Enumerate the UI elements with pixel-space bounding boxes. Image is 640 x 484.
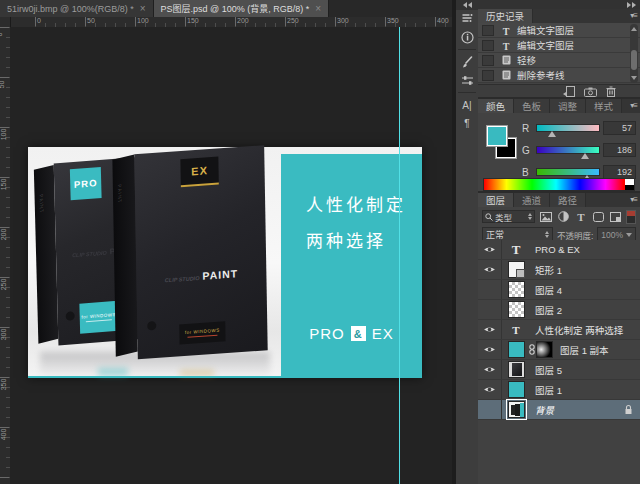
teal-text-panel: 人性化制定 两种选择 PRO & EX bbox=[281, 154, 422, 378]
for-windows-label: for WINDOWS bbox=[179, 321, 225, 344]
tab-swatches[interactable]: 色板 bbox=[514, 99, 550, 113]
red-slider-track[interactable] bbox=[536, 124, 600, 132]
footer-pro-text: PRO bbox=[309, 325, 345, 342]
scroll-down-arrow[interactable] bbox=[631, 76, 637, 80]
filter-type-layers-icon[interactable]: T bbox=[575, 211, 587, 223]
history-brush-well[interactable] bbox=[482, 25, 494, 36]
layer-thumbnail[interactable] bbox=[504, 361, 528, 378]
history-state-icon bbox=[499, 70, 513, 80]
brush-presets-icon[interactable] bbox=[456, 10, 478, 28]
layer-row-text-pro-ex[interactable]: T PRO & EX bbox=[478, 240, 640, 260]
shape-layer-thumbnail[interactable] bbox=[504, 261, 528, 278]
tab-layers[interactable]: 图层 bbox=[478, 193, 514, 207]
ruler-number: 200 bbox=[237, 17, 249, 24]
green-slider-track[interactable] bbox=[536, 146, 600, 154]
clone-source-icon[interactable] bbox=[456, 71, 478, 89]
panel-menu-icon[interactable]: ▾≡ bbox=[630, 12, 637, 20]
info-icon[interactable] bbox=[456, 28, 478, 46]
new-snapshot-camera-icon[interactable] bbox=[584, 87, 597, 97]
visibility-eye-empty[interactable] bbox=[478, 400, 502, 419]
filter-pixel-layers-icon[interactable] bbox=[540, 211, 552, 223]
layer-name: 图层 2 bbox=[535, 303, 562, 317]
transparent-layer-thumbnail[interactable] bbox=[504, 281, 528, 298]
character-panel-icon[interactable]: A| bbox=[456, 96, 478, 114]
scroll-up-arrow[interactable] bbox=[631, 27, 637, 31]
vertical-guide-line[interactable] bbox=[399, 27, 400, 484]
tab-color[interactable]: 颜色 bbox=[478, 99, 514, 113]
layer-row-layer-1[interactable]: 图层 1 bbox=[478, 380, 640, 400]
layer-row-layer-5[interactable]: 图层 5 bbox=[478, 360, 640, 380]
visibility-eye-icon[interactable] bbox=[478, 240, 502, 259]
red-value-field[interactable]: 57 bbox=[603, 121, 636, 135]
document-tab-inactive[interactable]: 51irw0ji.bmp @ 100%(RGB/8) * × bbox=[0, 0, 154, 17]
history-step[interactable]: 轻移 bbox=[478, 53, 640, 68]
text-layer-icon: T bbox=[499, 36, 513, 54]
brush-icon[interactable] bbox=[456, 53, 478, 71]
panel-menu-icon[interactable]: ▾≡ bbox=[630, 196, 637, 204]
history-brush-well[interactable] bbox=[482, 40, 494, 51]
tab-paths[interactable]: 路径 bbox=[550, 193, 586, 207]
close-icon[interactable]: × bbox=[315, 4, 321, 14]
poster-artwork[interactable]: PAINT PRO CLIP STUDIO PAINT for WINDOWS bbox=[28, 147, 422, 378]
delete-state-trash-icon[interactable] bbox=[606, 86, 616, 97]
slider-thumb[interactable] bbox=[581, 153, 589, 159]
layer-thumbnail[interactable] bbox=[504, 341, 528, 358]
history-brush-well[interactable] bbox=[482, 70, 494, 81]
close-icon[interactable]: × bbox=[140, 4, 146, 14]
canvas-pasteboard[interactable]: PAINT PRO CLIP STUDIO PAINT for WINDOWS bbox=[10, 27, 452, 484]
green-slider-row: G 186 bbox=[536, 145, 600, 159]
panel-column: 历史记录 ▾≡ T 编辑文字图层 T 编辑文字图层 bbox=[478, 0, 640, 484]
panel-menu-icon[interactable]: ▾≡ bbox=[630, 102, 637, 110]
layer-mask-thumbnail[interactable] bbox=[536, 341, 553, 358]
chevron-left-icon bbox=[463, 2, 467, 8]
filter-smart-objects-icon[interactable] bbox=[609, 211, 621, 223]
layer-row-rectangle-1[interactable]: 矩形 1 bbox=[478, 260, 640, 280]
paragraph-panel-icon[interactable]: ¶ bbox=[456, 114, 478, 132]
history-panel: 历史记录 ▾≡ T 编辑文字图层 T 编辑文字图层 bbox=[478, 9, 640, 97]
visibility-eye-icon[interactable] bbox=[478, 360, 502, 379]
ampersand-box: & bbox=[351, 326, 366, 341]
visibility-eye-icon[interactable] bbox=[478, 340, 502, 359]
slider-thumb[interactable] bbox=[548, 131, 556, 137]
tab-adjustments[interactable]: 调整 bbox=[550, 99, 586, 113]
expand-panels-button[interactable] bbox=[456, 0, 478, 10]
layer-row-layer-4[interactable]: 图层 4 bbox=[478, 280, 640, 300]
history-scrollbar[interactable] bbox=[630, 24, 638, 83]
layer-row-background-selected[interactable]: 背景 bbox=[478, 400, 640, 420]
layer-thumbnail[interactable] bbox=[504, 381, 528, 398]
foreground-color-swatch[interactable] bbox=[486, 125, 508, 147]
color-panel-content: R 57 G 186 B 192 bbox=[478, 113, 640, 191]
layer-row-layer-1-copy[interactable]: 图层 1 副本 bbox=[478, 340, 640, 360]
transparent-layer-thumbnail[interactable] bbox=[504, 301, 528, 318]
layer-row-text-headline[interactable]: T 人性化制定 两种选择 bbox=[478, 320, 640, 340]
history-brush-well[interactable] bbox=[482, 55, 494, 66]
layer-row-layer-2[interactable]: 图层 2 bbox=[478, 300, 640, 320]
red-slider-row: R 57 bbox=[536, 123, 600, 137]
color-spectrum-ramp[interactable] bbox=[483, 178, 635, 191]
text-layer-thumbnail[interactable]: T bbox=[504, 242, 528, 258]
tab-styles[interactable]: 样式 bbox=[586, 99, 622, 113]
visibility-eye-empty[interactable] bbox=[478, 300, 502, 319]
green-value-field[interactable]: 186 bbox=[603, 143, 636, 157]
filter-shape-layers-icon[interactable] bbox=[592, 211, 604, 223]
mask-link-icon[interactable] bbox=[528, 344, 536, 355]
document-tab-active[interactable]: PS图层.psd @ 100% (背景, RGB/8) * × bbox=[154, 0, 330, 17]
tab-channels[interactable]: 通道 bbox=[514, 193, 550, 207]
black-swatch[interactable] bbox=[625, 185, 634, 191]
new-document-from-state-icon[interactable] bbox=[563, 86, 575, 97]
visibility-eye-icon[interactable] bbox=[478, 320, 502, 339]
filter-kind-dropdown[interactable]: 类型 bbox=[482, 210, 535, 223]
history-step[interactable]: T 编辑文字图层 bbox=[478, 38, 640, 53]
collapse-panels-button[interactable] bbox=[478, 0, 640, 9]
filter-adjustment-layers-icon[interactable] bbox=[557, 211, 569, 223]
visibility-eye-empty[interactable] bbox=[478, 280, 502, 299]
filter-toggle-switch[interactable] bbox=[626, 210, 636, 224]
visibility-eye-icon[interactable] bbox=[478, 260, 502, 279]
blue-value-field[interactable]: 192 bbox=[603, 165, 636, 179]
scrollbar-thumb[interactable] bbox=[631, 50, 637, 70]
background-layer-thumbnail[interactable] bbox=[504, 401, 528, 418]
text-layer-thumbnail[interactable]: T bbox=[504, 324, 528, 336]
history-step[interactable]: 删除参考线 bbox=[478, 68, 640, 83]
visibility-eye-icon[interactable] bbox=[478, 380, 502, 399]
history-footer bbox=[478, 84, 640, 98]
